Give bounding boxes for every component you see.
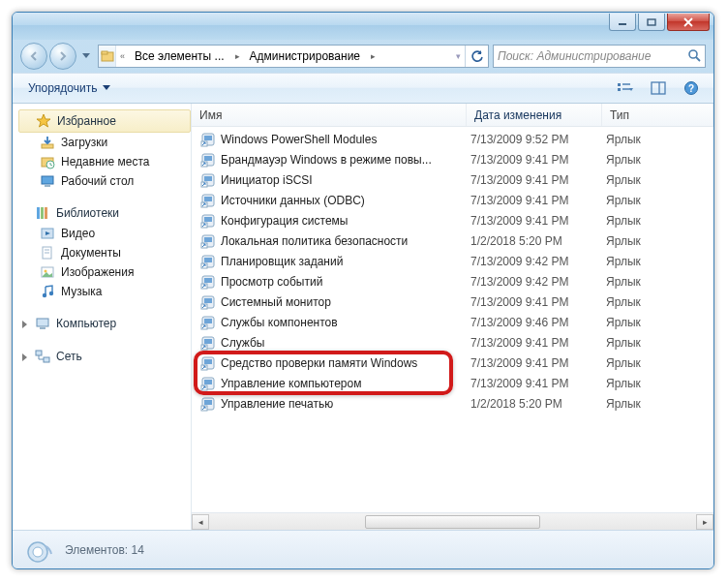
shortcut-icon (199, 172, 217, 188)
column-name[interactable]: Имя (192, 104, 467, 126)
libraries-label: Библиотеки (56, 206, 119, 220)
preview-pane-button[interactable] (646, 77, 671, 99)
nav-history-dropdown[interactable] (78, 46, 94, 66)
disclosure-icon (22, 321, 27, 328)
file-type: Ярлык (606, 173, 641, 187)
svg-rect-21 (45, 207, 47, 219)
file-date: 7/13/2009 9:42 PM (470, 255, 606, 268)
network-label: Сеть (56, 350, 82, 363)
shortcut-icon (199, 274, 217, 290)
address-dropdown-icon[interactable]: ▾ (452, 51, 465, 61)
shortcut-icon (199, 396, 217, 412)
file-name: Системный монитор (221, 295, 470, 309)
column-type[interactable]: Тип (602, 104, 713, 126)
sidebar-item[interactable]: Рабочий стол (18, 171, 191, 191)
svg-rect-14 (42, 144, 53, 148)
status-text: Элементов: 14 (65, 543, 144, 557)
nav-row: « Все элементы ... ▸ Администрирование ▸… (13, 40, 713, 73)
sidebar-item-label: Видео (61, 227, 95, 240)
svg-rect-69 (204, 359, 212, 364)
sidebar-computer[interactable]: Компьютер (18, 313, 191, 334)
file-name: Службы (221, 336, 470, 350)
svg-rect-17 (42, 176, 53, 184)
search-placeholder: Поиск: Администрирование (498, 49, 651, 63)
file-row[interactable]: Управление компьютером7/13/2009 9:41 PMЯ… (192, 373, 713, 393)
file-type: Ярлык (606, 377, 641, 390)
maximize-button[interactable] (638, 14, 665, 31)
toolbar: Упорядочить ? (13, 73, 713, 104)
sidebar-item[interactable]: Изображения (18, 262, 191, 282)
file-row[interactable]: Службы компонентов7/13/2009 9:46 PMЯрлык (192, 312, 713, 332)
svg-rect-18 (45, 185, 50, 187)
sidebar-libraries-header[interactable]: Библиотеки (18, 202, 191, 224)
svg-rect-66 (204, 339, 212, 344)
breadcrumb-prev-icon[interactable]: « (116, 51, 129, 61)
file-row[interactable]: Инициатор iSCSI7/13/2009 9:41 PMЯрлык (192, 169, 713, 190)
search-input[interactable]: Поиск: Администрирование (493, 45, 706, 68)
content-area: Имя Дата изменения Тип Windows PowerShel… (192, 104, 713, 530)
file-row[interactable]: Локальная политика безопасности1/2/2018 … (192, 230, 713, 251)
horizontal-scrollbar[interactable]: ◂ ▸ (192, 512, 713, 530)
svg-rect-36 (204, 136, 212, 140)
file-row[interactable]: Брандмауэр Windows в режиме повы...7/13/… (192, 149, 713, 169)
svg-rect-42 (204, 176, 212, 181)
view-options-button[interactable] (613, 77, 638, 99)
refresh-button[interactable] (465, 46, 488, 67)
close-button[interactable] (667, 14, 710, 31)
scroll-right-icon[interactable]: ▸ (696, 514, 713, 530)
svg-rect-72 (204, 380, 212, 384)
sidebar-item[interactable]: Документы (18, 243, 191, 262)
file-row[interactable]: Конфигурация системы7/13/2009 9:41 PMЯрл… (192, 210, 713, 230)
breadcrumb-segment[interactable]: Все элементы ... (129, 46, 231, 67)
sidebar: Избранное ЗагрузкиНедавние местаРабочий … (13, 104, 192, 530)
back-button[interactable] (20, 43, 47, 70)
file-date: 7/13/2009 9:41 PM (470, 356, 606, 370)
organize-label: Упорядочить (28, 81, 97, 95)
file-row[interactable]: Планировщик заданий7/13/2009 9:42 PMЯрлы… (192, 251, 713, 271)
file-name: Управление печатью (221, 397, 470, 411)
svg-point-29 (49, 292, 53, 295)
explorer-window: « Все элементы ... ▸ Администрирование ▸… (12, 12, 714, 569)
minimize-button[interactable] (609, 14, 636, 31)
file-name: Инициатор iSCSI (221, 173, 470, 187)
help-button[interactable]: ? (679, 77, 704, 99)
scroll-track[interactable] (209, 514, 696, 530)
scroll-left-icon[interactable]: ◂ (192, 514, 209, 530)
column-date[interactable]: Дата изменения (467, 104, 602, 126)
documents-icon (40, 245, 55, 261)
svg-point-78 (33, 547, 43, 557)
sidebar-item[interactable]: Недавние места (18, 152, 191, 171)
svg-rect-3 (102, 51, 107, 54)
file-row[interactable]: Источники данных (ODBC)7/13/2009 9:41 PM… (192, 190, 713, 210)
forward-button[interactable] (49, 43, 76, 70)
scroll-thumb[interactable] (365, 515, 540, 529)
downloads-icon (40, 135, 55, 150)
sidebar-network[interactable]: Сеть (18, 346, 191, 367)
file-name: Источники данных (ODBC) (221, 194, 470, 207)
file-type: Ярлык (606, 133, 641, 146)
shortcut-icon (199, 213, 217, 229)
file-date: 1/2/2018 5:20 PM (470, 397, 606, 411)
file-row[interactable]: Системный монитор7/13/2009 9:41 PMЯрлык (192, 292, 713, 312)
shortcut-icon (199, 335, 217, 351)
sidebar-item[interactable]: Видео (18, 224, 191, 243)
file-name: Управление компьютером (221, 377, 470, 390)
address-bar[interactable]: « Все элементы ... ▸ Администрирование ▸… (98, 45, 489, 68)
sidebar-favorites-header[interactable]: Избранное (18, 109, 191, 133)
file-type: Ярлык (606, 153, 641, 167)
file-name: Просмотр событий (221, 275, 470, 289)
sidebar-item[interactable]: Музыка (18, 282, 191, 301)
organize-menu[interactable]: Упорядочить (22, 77, 116, 99)
sidebar-item[interactable]: Загрузки (18, 133, 191, 152)
breadcrumb-segment[interactable]: Администрирование (244, 46, 367, 67)
file-row[interactable]: Средство проверки памяти Windows7/13/200… (192, 353, 713, 373)
svg-rect-10 (652, 82, 665, 94)
file-row[interactable]: Службы7/13/2009 9:41 PMЯрлык (192, 332, 713, 353)
file-row[interactable]: Просмотр событий7/13/2009 9:42 PMЯрлык (192, 271, 713, 292)
disclosure-icon (22, 353, 27, 361)
svg-rect-7 (618, 88, 621, 91)
favorites-label: Избранное (57, 114, 116, 128)
file-row[interactable]: Управление печатью1/2/2018 5:20 PMЯрлык (192, 393, 713, 414)
file-row[interactable]: Windows PowerShell Modules7/13/2009 9:52… (192, 129, 713, 149)
recent-icon (40, 154, 55, 169)
